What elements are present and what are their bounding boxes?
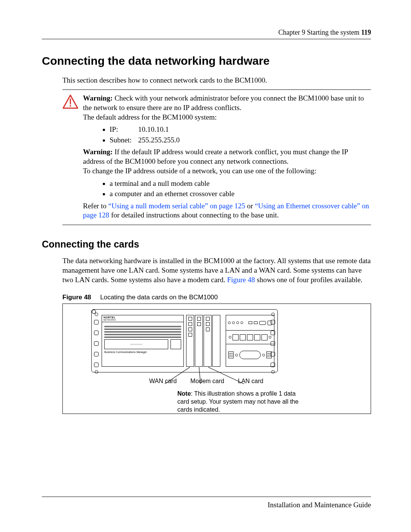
warning-text-2: If the default IP address would create a… [83,148,348,165]
section-heading: Connecting the data networking hardware [42,54,371,67]
refer-mid: or [245,202,255,210]
figure-callouts: WAN card Modem card LAN card Note: This … [91,378,304,414]
callout-modem: Modem card [190,378,224,385]
figure-note-text: : This illustration shows a profile 1 da… [177,390,298,413]
page: Chapter 9 Starting the system 119 Connec… [42,29,371,509]
ip-defaults-list: IP:10.10.10.1 Subnet:255.255.255.0 [110,124,371,145]
running-footer: Installation and Maintenance Guide [42,497,371,509]
warning-label-2: Warning: [83,148,113,156]
footer-text: Installation and Maintenance Guide [268,501,371,509]
refer-post: for detailed instructions about connecti… [109,211,279,219]
ip-label: IP: [110,124,138,135]
warning-text-1: Check with your network administrator be… [83,94,364,112]
warning-box: Warning: Check with your network adminis… [62,89,371,225]
warning-body: Warning: Check with your network adminis… [83,94,371,220]
method-null-modem: a terminal and a null modem cable [110,178,371,189]
refer-pre: Refer to [83,202,108,210]
default-address-line: The default address for the BCM1000 syst… [83,113,371,122]
change-methods-list: a terminal and a null modem cable a comp… [110,178,371,199]
change-ip-line: To change the IP address outside of a ne… [83,166,371,176]
figure-48: NORTEL NETWORKS ○○○○○○○○○ Business Commu… [62,304,371,414]
subnet-value: 255.255.255.0 [138,135,180,145]
figure-label: Figure 48 [62,294,91,301]
page-number: 119 [361,29,371,36]
link-null-modem[interactable]: “Using a null modem serial cable” on pag… [108,202,245,210]
link-figure-48[interactable]: Figure 48 [227,276,255,284]
chapter-label: Chapter 9 Starting the system [279,29,360,36]
figure-note-label: Note [177,390,191,397]
figure-caption: Figure 48 Locating the data cards on the… [62,294,371,301]
ip-value: 10.10.10.1 [138,124,169,135]
cards-para-post: shows one of four profiles available. [255,276,362,284]
subsection-heading: Connecting the cards [42,239,371,250]
subnet-label: Subnet: [110,135,138,145]
intro-paragraph: This section describes how to connect ne… [62,76,371,85]
svg-point-2 [70,105,71,107]
callout-wan: WAN card [149,378,177,385]
warning-icon [62,94,83,220]
callout-lan: LAN card [238,378,263,385]
running-header: Chapter 9 Starting the system 119 [42,29,371,39]
cards-paragraph: The data networking hardware is installe… [62,256,371,284]
warning-label-1: Warning: [83,94,113,102]
method-crossover: a computer and an ethernet crossover cab… [110,189,371,199]
figure-caption-text: Locating the data cards on the BCM1000 [100,294,218,301]
